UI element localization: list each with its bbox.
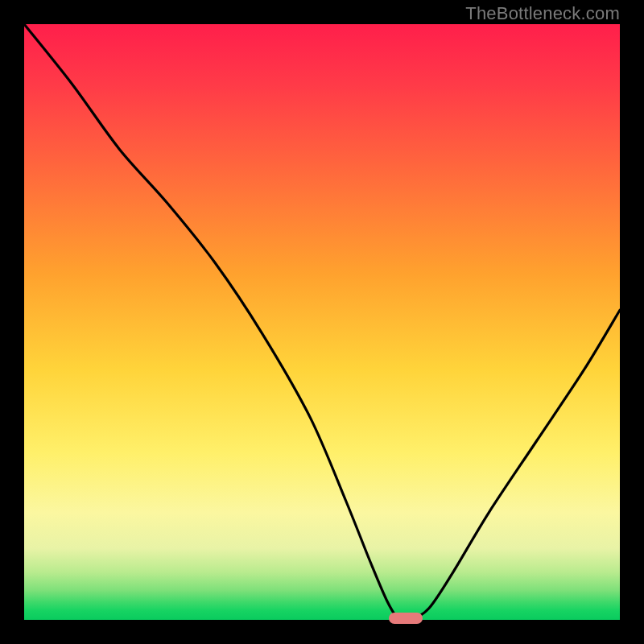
plot-area [24,24,620,620]
bottleneck-curve [24,24,620,620]
chart-frame: TheBottleneck.com [0,0,644,644]
optimal-marker [389,613,423,624]
watermark-text: TheBottleneck.com [465,3,620,24]
